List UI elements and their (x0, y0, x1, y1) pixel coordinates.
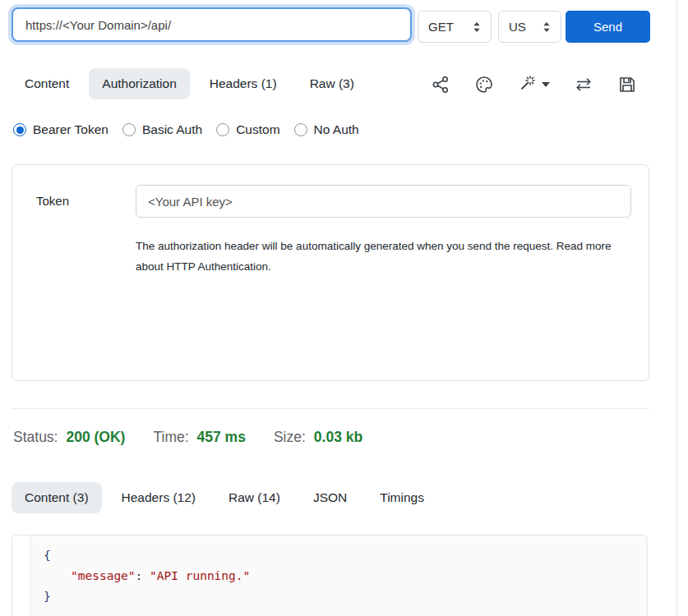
code-separator: : (136, 569, 150, 582)
radio-selected-icon (13, 123, 26, 136)
tab-headers[interactable]: Headers (1) (196, 68, 290, 99)
radio-label: Bearer Token (33, 122, 109, 137)
tab-content[interactable]: Content (12, 68, 82, 99)
response-json-text: {"message": "API running."} (44, 545, 250, 607)
tab-response-raw[interactable]: Raw (14) (215, 482, 293, 513)
share-icon[interactable] (431, 75, 450, 94)
chevron-down-icon (542, 82, 550, 87)
size-value: 0.03 kb (314, 429, 362, 446)
response-summary: Status: 200 (OK) Time: 457 ms Size: 0.03… (13, 429, 362, 446)
radio-bearer-token[interactable]: Bearer Token (13, 122, 109, 137)
code-value: "API running." (150, 569, 250, 582)
response-body-editor[interactable]: {"message": "API running."} (12, 535, 648, 616)
radio-custom[interactable]: Custom (216, 122, 279, 137)
send-button[interactable]: Send (566, 11, 650, 43)
palette-icon[interactable] (474, 75, 494, 94)
page-scrollbar-track[interactable] (676, 0, 677, 616)
swap-arrows-icon[interactable] (574, 75, 593, 94)
time-label: Time: (153, 429, 188, 446)
status-value: 200 (OK) (66, 429, 125, 446)
updown-arrows-icon (543, 21, 551, 33)
code-key: "message" (71, 569, 136, 582)
api-client-page: GET US Send Content Authorization Header… (0, 0, 688, 616)
section-divider (12, 408, 649, 409)
radio-unselected-icon (294, 123, 307, 136)
tab-response-headers[interactable]: Headers (12) (109, 482, 209, 513)
code-open-brace: { (44, 549, 51, 562)
request-toolbar (431, 69, 637, 99)
time-value: 457 ms (197, 429, 246, 446)
magic-wand-icon[interactable] (518, 75, 550, 94)
request-tabs: Content Authorization Headers (1) Raw (3… (12, 68, 367, 99)
tab-response-timings[interactable]: Timings (367, 482, 437, 513)
method-select[interactable]: GET (418, 11, 492, 43)
token-label: Token (36, 194, 69, 208)
radio-unselected-icon (122, 123, 136, 136)
tab-raw[interactable]: Raw (3) (297, 68, 367, 99)
auth-help-text: The authorization header will be automat… (136, 236, 629, 277)
tab-authorization[interactable]: Authorization (89, 68, 189, 99)
tab-response-json[interactable]: JSON (300, 482, 360, 513)
radio-label: Basic Auth (142, 122, 202, 137)
code-close-brace: } (44, 590, 51, 603)
save-icon[interactable] (617, 75, 637, 94)
tab-response-content[interactable]: Content (3) (12, 482, 102, 513)
radio-unselected-icon (216, 123, 229, 136)
updown-arrows-icon (473, 21, 481, 33)
response-tabs: Content (3) Headers (12) Raw (14) JSON T… (12, 482, 437, 513)
radio-label: Custom (236, 122, 279, 137)
auth-type-options: Bearer Token Basic Auth Custom No Auth (13, 122, 359, 137)
status-label: Status: (13, 429, 58, 446)
token-input[interactable] (136, 185, 631, 218)
radio-label: No Auth (314, 122, 359, 137)
url-input[interactable] (12, 7, 412, 42)
region-select[interactable]: US (498, 11, 561, 43)
radio-no-auth[interactable]: No Auth (294, 122, 359, 137)
radio-basic-auth[interactable]: Basic Auth (122, 122, 202, 137)
size-label: Size: (274, 429, 306, 446)
region-select-value: US (509, 20, 526, 34)
method-select-value: GET (428, 20, 454, 34)
editor-gutter (12, 536, 30, 616)
